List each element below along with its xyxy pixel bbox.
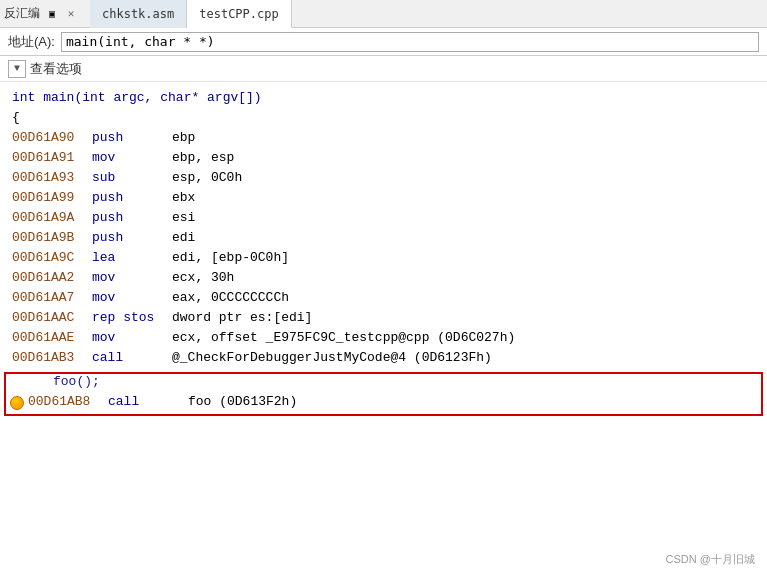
address-label: 地址(A): xyxy=(8,33,55,51)
title-bar: 反汇编 ▣ ✕ chkstk.asm testCPP.cpp xyxy=(0,0,767,28)
func-decl-line: int main(int argc, char* argv[]) xyxy=(0,90,767,110)
highlighted-block: foo(); 00D61AB8 call foo (0D613F2h) xyxy=(4,372,763,416)
brace-open-line: { xyxy=(0,110,767,130)
breakpoint-icon xyxy=(10,396,24,410)
asm-line-8: 00D61AA7 mov eax, 0CCCCCCCCh xyxy=(0,290,767,310)
tab-chkstk[interactable]: chkstk.asm xyxy=(90,0,187,28)
asm-line-10: 00D61AAE mov ecx, offset _E975FC9C_testc… xyxy=(0,330,767,350)
pin-icon[interactable]: ▣ xyxy=(44,6,60,22)
asm-line-1: 00D61A91 mov ebp, esp xyxy=(0,150,767,170)
close-icon[interactable]: ✕ xyxy=(64,7,78,21)
asm-line-2: 00D61A93 sub esp, 0C0h xyxy=(0,170,767,190)
window-title: 反汇编 xyxy=(4,5,40,22)
tab-testcpp[interactable]: testCPP.cpp xyxy=(187,0,291,28)
foo-call-plain-line: foo(); xyxy=(6,374,761,394)
foo-asm-line: 00D61AB8 call foo (0D613F2h) xyxy=(6,394,761,414)
asm-line-3: 00D61A99 push ebx xyxy=(0,190,767,210)
watermark: CSDN @十月旧城 xyxy=(666,552,755,567)
options-label: 查看选项 xyxy=(30,60,82,78)
options-bar: ▼ 查看选项 xyxy=(0,56,767,82)
code-area: int main(int argc, char* argv[]) { 00D61… xyxy=(0,82,767,575)
chevron-down-icon[interactable]: ▼ xyxy=(8,60,26,78)
brace-open-text: { xyxy=(12,110,20,125)
asm-line-11: 00D61AB3 call @_CheckForDebuggerJustMyCo… xyxy=(0,350,767,370)
asm-line-7: 00D61AA2 mov ecx, 30h xyxy=(0,270,767,290)
asm-line-4: 00D61A9A push esi xyxy=(0,210,767,230)
tab-area: chkstk.asm testCPP.cpp xyxy=(90,0,763,28)
address-input[interactable] xyxy=(61,32,759,52)
asm-line-0: 00D61A90 push ebp xyxy=(0,130,767,150)
address-bar: 地址(A): xyxy=(0,28,767,56)
asm-line-5: 00D61A9B push edi xyxy=(0,230,767,250)
asm-line-9: 00D61AAC rep stos dword ptr es:[edi] xyxy=(0,310,767,330)
asm-line-6: 00D61A9C lea edi, [ebp-0C0h] xyxy=(0,250,767,270)
foo-plain-text: foo(); xyxy=(14,374,100,389)
func-decl-text: int main(int argc, char* argv[]) xyxy=(12,90,262,105)
main-window: 反汇编 ▣ ✕ chkstk.asm testCPP.cpp 地址(A): ▼ … xyxy=(0,0,767,575)
